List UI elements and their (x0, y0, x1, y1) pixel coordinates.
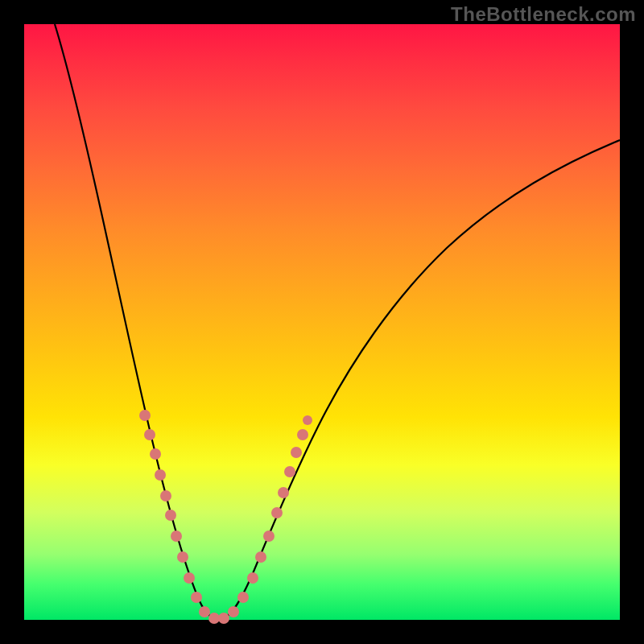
data-dot (255, 551, 266, 563)
data-dot (191, 592, 202, 603)
left-curve (55, 24, 220, 618)
data-dot (271, 507, 283, 518)
data-dot (165, 510, 176, 521)
data-dot (237, 592, 249, 603)
data-dot (247, 572, 258, 584)
stage: TheBottleneck.com (0, 0, 644, 644)
data-dot (184, 572, 195, 584)
data-dot (303, 415, 312, 425)
data-dot (171, 530, 182, 542)
data-dot (139, 410, 151, 421)
data-dot (284, 466, 295, 477)
data-dot (228, 606, 239, 617)
data-dot (291, 447, 302, 458)
plot-area (24, 24, 620, 620)
watermark-text: TheBottleneck.com (451, 3, 636, 26)
data-dot (144, 429, 155, 440)
data-dot (160, 490, 171, 502)
data-dot (155, 469, 166, 481)
data-dot (297, 429, 308, 440)
right-curve (223, 140, 620, 618)
data-dot (263, 530, 275, 542)
data-dot (150, 448, 161, 460)
bottleneck-curves (24, 24, 620, 620)
data-dot (278, 487, 289, 498)
data-dot (177, 551, 188, 563)
